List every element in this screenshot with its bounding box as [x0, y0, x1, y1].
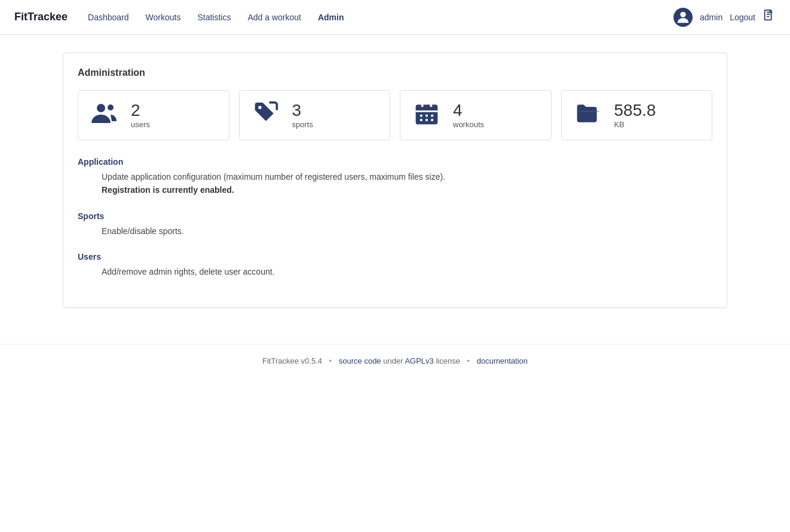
stat-info-workouts: 4 workouts: [453, 102, 484, 129]
svg-rect-9: [420, 115, 422, 117]
users-title[interactable]: Users: [78, 252, 712, 262]
nav-right: admin Logout: [673, 8, 776, 27]
svg-point-2: [97, 104, 105, 112]
stat-card-sports: 3 sports: [239, 90, 391, 140]
footer-docs[interactable]: documentation: [477, 356, 528, 365]
footer-license-word: license: [436, 356, 460, 365]
stat-info-storage: 585.8 KB: [614, 102, 656, 129]
nav-add-workout[interactable]: Add a workout: [241, 10, 307, 24]
folder-icon: [574, 100, 602, 130]
svg-point-0: [680, 11, 685, 17]
stat-card-storage: 585.8 KB: [561, 90, 713, 140]
footer-license-link[interactable]: AGPLv3: [405, 356, 433, 365]
footer-source-code[interactable]: source code: [339, 356, 381, 365]
storage-label: KB: [614, 120, 624, 129]
stat-info-users: 2 users: [131, 102, 150, 129]
svg-rect-14: [431, 119, 433, 121]
svg-rect-12: [420, 119, 422, 121]
users-desc-text: Add/remove admin rights, delete user acc…: [102, 267, 275, 276]
navbar: FitTrackee Dashboard Workouts Statistics…: [0, 0, 790, 35]
application-title[interactable]: Application: [78, 157, 712, 167]
nav-dashboard[interactable]: Dashboard: [82, 10, 135, 24]
stat-info-sports: 3 sports: [292, 102, 313, 129]
nav-workouts[interactable]: Workouts: [140, 10, 187, 24]
footer-version: v0.5.4: [301, 356, 322, 365]
application-section: Application Update application configura…: [78, 157, 712, 197]
admin-panel: Administration 2 users: [63, 53, 727, 308]
user-circle-icon: [675, 9, 691, 26]
calendar-icon: [412, 100, 441, 130]
users-desc: Add/remove admin rights, delete user acc…: [102, 265, 712, 278]
svg-rect-13: [425, 119, 428, 121]
users-section: Users Add/remove admin rights, delete us…: [78, 252, 712, 278]
footer-dot-1: •: [329, 356, 332, 365]
brand-logo[interactable]: FitTrackee: [14, 11, 68, 23]
sports-desc: Enable/disable sports.: [102, 225, 712, 238]
svg-rect-10: [425, 115, 428, 117]
avatar[interactable]: [673, 8, 693, 27]
stat-cards: 2 users 3 sports: [78, 90, 712, 140]
application-desc: Update application configuration (maximu…: [102, 170, 712, 197]
sports-desc-text: Enable/disable sports.: [102, 226, 184, 236]
admin-title: Administration: [78, 67, 712, 78]
stat-card-users: 2 users: [78, 90, 229, 140]
workouts-count: 4: [453, 102, 463, 120]
sports-title[interactable]: Sports: [78, 211, 712, 221]
users-icon: [90, 100, 119, 130]
footer-dot-2: •: [467, 356, 470, 365]
sports-count: 3: [292, 102, 302, 120]
svg-point-4: [258, 106, 262, 109]
nav-admin[interactable]: Admin: [312, 10, 350, 24]
sports-section: Sports Enable/disable sports.: [78, 211, 712, 238]
svg-rect-11: [431, 115, 433, 117]
footer-license-text-pre: under: [383, 356, 405, 365]
sports-label: sports: [292, 120, 313, 129]
logout-link[interactable]: Logout: [730, 13, 755, 22]
svg-point-3: [108, 104, 114, 110]
doc-icon[interactable]: [763, 9, 776, 25]
workouts-label: workouts: [453, 120, 484, 129]
stat-card-workouts: 4 workouts: [400, 90, 552, 140]
users-label: users: [131, 120, 150, 129]
footer-brand: FitTrackee: [262, 356, 299, 365]
username-label: admin: [700, 13, 722, 22]
main-content: Administration 2 users: [48, 53, 742, 308]
storage-value: 585.8: [614, 102, 656, 120]
nav-statistics[interactable]: Statistics: [191, 10, 237, 24]
footer: FitTrackee v0.5.4 • source code under AG…: [0, 344, 790, 377]
users-count: 2: [131, 102, 140, 120]
tag-icon: [252, 100, 280, 130]
registration-status: Registration is currently enabled.: [102, 185, 234, 195]
application-desc-text: Update application configuration (maximu…: [102, 172, 445, 182]
svg-rect-5: [416, 104, 438, 124]
